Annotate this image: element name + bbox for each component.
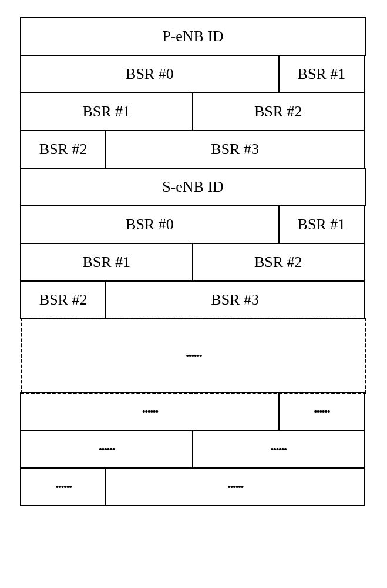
- row-ellipsis-a: ······ ······: [21, 393, 366, 430]
- cell-bsr3: BSR #3: [105, 130, 365, 169]
- cell-bsr0: BSR #0: [20, 55, 280, 93]
- row-bsr0-bsr1: BSR #0 BSR #1: [21, 55, 366, 93]
- cell-bsr2-partial-b: BSR #2: [192, 243, 365, 282]
- cell-ellipsis-b2: ······: [192, 430, 365, 469]
- cell-ellipsis-b1: ······: [20, 430, 193, 469]
- row-ellipsis-b: ······ ······: [21, 430, 366, 468]
- ellipsis-text: ······: [186, 347, 201, 365]
- row-bsr1-bsr2: BSR #1 BSR #2: [21, 93, 366, 131]
- cell-bsr1: BSR #1: [20, 92, 193, 131]
- row-bsr0-bsr1-b: BSR #0 BSR #1: [21, 206, 366, 243]
- row-p-enb-id: P-eNB ID: [21, 18, 366, 55]
- cell-bsr2-b: BSR #2: [20, 280, 106, 319]
- row-ellipsis-c: ······ ······: [21, 468, 366, 506]
- row-bsr2-bsr3: BSR #2 BSR #3: [21, 131, 366, 168]
- cell-bsr2-partial: BSR #2: [192, 92, 365, 131]
- cell-ellipsis-c1: ······: [20, 467, 106, 506]
- row-dashed-ellipsis: ······: [21, 318, 366, 394]
- row-s-enb-id: S-eNB ID: [21, 168, 366, 206]
- cell-bsr3-b: BSR #3: [105, 280, 365, 319]
- cell-bsr2: BSR #2: [20, 130, 106, 169]
- cell-bsr1-partial-b: BSR #1: [278, 205, 365, 244]
- cell-ellipsis-a2: ······: [278, 392, 365, 431]
- cell-ellipsis-c2: ······: [105, 467, 365, 506]
- cell-bsr1-b: BSR #1: [20, 243, 193, 282]
- cell-bsr1-partial: BSR #1: [278, 55, 365, 93]
- cell-s-enb-id: S-eNB ID: [20, 168, 366, 206]
- packet-structure-diagram: P-eNB ID BSR #0 BSR #1 BSR #1 BSR #2 BSR…: [21, 18, 366, 506]
- cell-ellipsis-a1: ······: [20, 392, 280, 431]
- cell-p-enb-id: P-eNB ID: [20, 17, 366, 56]
- row-bsr2-bsr3-b: BSR #2 BSR #3: [21, 281, 366, 319]
- cell-bsr0-b: BSR #0: [20, 205, 280, 244]
- row-bsr1-bsr2-b: BSR #1 BSR #2: [21, 243, 366, 281]
